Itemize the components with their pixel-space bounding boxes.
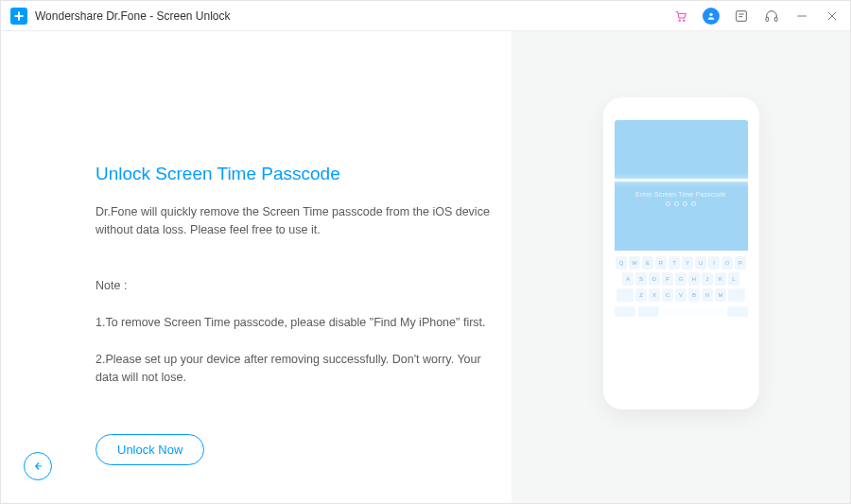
keyboard-key: Z xyxy=(635,288,647,302)
keyboard-space-key xyxy=(662,306,724,317)
keyboard-key: V xyxy=(675,288,686,302)
phone-prompt: Enter Screen Time Passcode xyxy=(635,191,726,198)
keyboard-key: F xyxy=(662,272,673,286)
page-description: Dr.Fone will quickly remove the Screen T… xyxy=(96,203,493,240)
svg-point-0 xyxy=(679,19,681,21)
passcode-dot xyxy=(666,201,670,206)
keyboard-key: O xyxy=(721,256,733,269)
svg-point-1 xyxy=(683,19,685,21)
note-label: Note : xyxy=(96,277,493,295)
keyboard-key: Y xyxy=(682,256,693,269)
cart-icon[interactable] xyxy=(672,8,689,25)
keyboard-return-key xyxy=(727,306,748,317)
keyboard-key: M xyxy=(715,288,726,302)
keyboard-key: Q xyxy=(616,256,627,269)
passcode-dot xyxy=(683,201,687,206)
keyboard-key: N xyxy=(702,288,713,302)
keyboard-key: S xyxy=(635,272,647,286)
note-block: Note : 1.To remove Screen Time passcode,… xyxy=(96,259,493,406)
titlebar-actions xyxy=(672,8,841,25)
keyboard-key: X xyxy=(649,288,660,302)
app-window: Wondershare Dr.Fone - Screen Unlock xyxy=(0,0,851,504)
page-heading: Unlock Screen Time Passcode xyxy=(96,164,493,184)
keyboard-key: A xyxy=(622,272,634,286)
keyboard-key: L xyxy=(728,272,739,286)
keyboard-key: H xyxy=(688,272,700,286)
app-title: Wondershare Dr.Fone - Screen Unlock xyxy=(35,9,672,23)
keyboard-key: P xyxy=(735,256,746,269)
keyboard-emoji-key xyxy=(638,306,659,317)
content-area: Unlock Screen Time Passcode Dr.Fone will… xyxy=(1,31,850,503)
titlebar: Wondershare Dr.Fone - Screen Unlock xyxy=(1,1,850,31)
close-button[interactable] xyxy=(824,8,841,25)
left-panel: Unlock Screen Time Passcode Dr.Fone will… xyxy=(1,31,512,503)
passcode-dots xyxy=(666,201,696,206)
keyboard-key: E xyxy=(642,256,653,269)
svg-rect-5 xyxy=(774,17,777,21)
keyboard-backspace-key xyxy=(728,288,745,302)
passcode-dot xyxy=(691,201,696,206)
svg-rect-3 xyxy=(737,10,747,21)
keyboard-key: G xyxy=(675,272,686,286)
keyboard-shift-key xyxy=(617,288,634,302)
feedback-icon[interactable] xyxy=(733,8,750,25)
phone-screen: Enter Screen Time Passcode xyxy=(615,120,748,251)
headset-icon[interactable] xyxy=(763,8,780,25)
keyboard-key: D xyxy=(649,272,660,286)
note-line-2: 2.Please set up your device after removi… xyxy=(96,351,493,388)
keyboard-symbol-key xyxy=(615,306,635,317)
app-logo-icon xyxy=(10,8,27,25)
unlock-now-button[interactable]: Unlock Now xyxy=(96,434,204,465)
keyboard-key: R xyxy=(655,256,667,269)
note-line-1: 1.To remove Screen Time passcode, please… xyxy=(96,314,493,332)
keyboard-key: K xyxy=(715,272,726,286)
keyboard-key: W xyxy=(629,256,640,269)
profile-icon[interactable] xyxy=(703,8,720,25)
svg-point-2 xyxy=(709,12,712,15)
minimize-button[interactable] xyxy=(793,8,810,25)
back-button[interactable] xyxy=(24,452,52,480)
keyboard-key: C xyxy=(662,288,673,302)
keyboard-key: J xyxy=(702,272,713,286)
scan-line-icon xyxy=(609,179,754,182)
keyboard-key: I xyxy=(708,256,720,269)
keyboard-key: T xyxy=(669,256,680,269)
phone-mockup: Enter Screen Time Passcode QWERTYUIOP AS… xyxy=(603,97,759,409)
keyboard-key: U xyxy=(695,256,706,269)
right-panel: Enter Screen Time Passcode QWERTYUIOP AS… xyxy=(512,31,850,503)
keyboard-key: B xyxy=(688,288,700,302)
phone-keyboard: QWERTYUIOP ASDFGHJKL ZXCVBNM xyxy=(615,256,748,392)
svg-rect-4 xyxy=(766,17,769,21)
passcode-dot xyxy=(674,201,679,206)
